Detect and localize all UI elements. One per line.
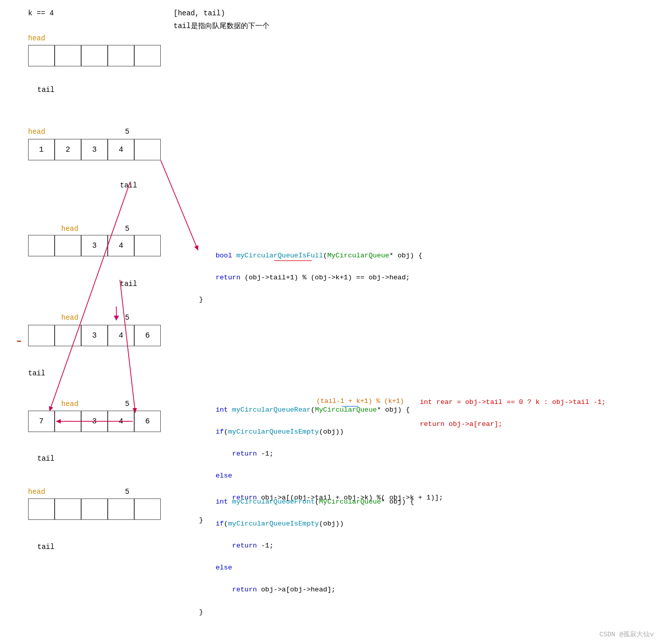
arr4-head-label: head: [61, 314, 79, 322]
arr6-head-label: head: [28, 488, 45, 496]
arr5-cell-3: 4: [108, 411, 134, 432]
arr1-cell-4: [134, 45, 161, 66]
range-label: [head, tail): [174, 9, 225, 17]
arr3-tail-label: tail: [120, 280, 137, 288]
arr6: [28, 498, 161, 520]
arr4-cell-3: 4: [108, 325, 134, 346]
arr5-cell-1: [55, 411, 81, 432]
arr2-cell-1: 2: [55, 139, 81, 160]
svg-line-6: [50, 182, 130, 411]
arr2-cell-0: 1: [28, 139, 55, 160]
arr2-cell-3: 4: [108, 139, 134, 160]
arr1-cell-1: [55, 45, 81, 66]
arr5-cell-4: 6: [134, 411, 161, 432]
arr5-tail-label: tail: [37, 455, 55, 463]
arr3-cell-0: [28, 235, 55, 256]
arr5-head-label: head: [61, 400, 79, 408]
front-code: int myCircularQueueFront(MyCircularQueue…: [199, 485, 414, 629]
page-container: k == 4 [head, tail) tail是指向队尾数据的下一个 head…: [0, 0, 664, 644]
arr4: 3 4 6: [28, 325, 161, 346]
arr3-cell-1: [55, 235, 81, 256]
dash-mark: –: [16, 336, 22, 346]
arr2-five-label: 5: [125, 128, 129, 136]
arr1-tail-label: tail: [37, 86, 55, 94]
arr1-cell-2: [81, 45, 108, 66]
arr5-five-label: 5: [125, 400, 129, 408]
arr3-cell-3: 4: [108, 235, 134, 256]
arr1-cell-3: [108, 45, 134, 66]
arr5-cell-2: 3: [81, 411, 108, 432]
arr5-cell-0: 7: [28, 411, 55, 432]
arr4-tail-label: tail: [28, 369, 45, 377]
arr1: [28, 45, 161, 66]
arr2: 1 2 3 4: [28, 139, 161, 160]
arr6-cell-3: [108, 498, 134, 520]
arr6-five-label: 5: [125, 488, 129, 496]
arr4-cell-2: 3: [81, 325, 108, 346]
arr3-five-label: 5: [125, 225, 129, 233]
arr4-five-label: 5: [125, 314, 129, 322]
arr1-cell-0: [28, 45, 55, 66]
svg-marker-1: [114, 316, 119, 321]
arr1-head-label: head: [28, 34, 45, 42]
arr5: 7 3 4 6: [28, 411, 161, 432]
is-full-code: bool myCircularQueueIsFull(MyCircularQue…: [199, 239, 423, 316]
isFull-underline: [274, 260, 312, 261]
arr4-cell-0: [28, 325, 55, 346]
arr6-cell-4: [134, 498, 161, 520]
arr2-cell-4: [134, 139, 161, 160]
arr4-cell-4: 6: [134, 325, 161, 346]
arr3: 3 4: [28, 235, 161, 256]
arr3-head-label: head: [61, 225, 79, 233]
arr3-cell-4: [134, 235, 161, 256]
rear-formula-underline: [342, 406, 358, 407]
arr2-cell-2: 3: [81, 139, 108, 160]
svg-line-9: [161, 160, 198, 250]
watermark: CSDN @孤寂大仙v: [599, 630, 654, 639]
arr6-cell-0: [28, 498, 55, 520]
arr6-cell-1: [55, 498, 81, 520]
arr4-cell-1: [55, 325, 81, 346]
arr4-down-arrow: [111, 306, 121, 322]
arr2-head-label: head: [28, 128, 45, 136]
svg-line-7: [120, 280, 135, 413]
arr6-tail-label: tail: [37, 543, 55, 551]
rear-formula: (tail-1 + k+1) % (k+1): [316, 397, 404, 405]
arr3-cell-2: 3: [81, 235, 108, 256]
arr2-tail-label: tail: [120, 181, 137, 189]
k-label: k == 4: [28, 9, 54, 17]
tail-desc: tail是指向队尾数据的下一个: [174, 21, 269, 31]
arr6-cell-2: [81, 498, 108, 520]
